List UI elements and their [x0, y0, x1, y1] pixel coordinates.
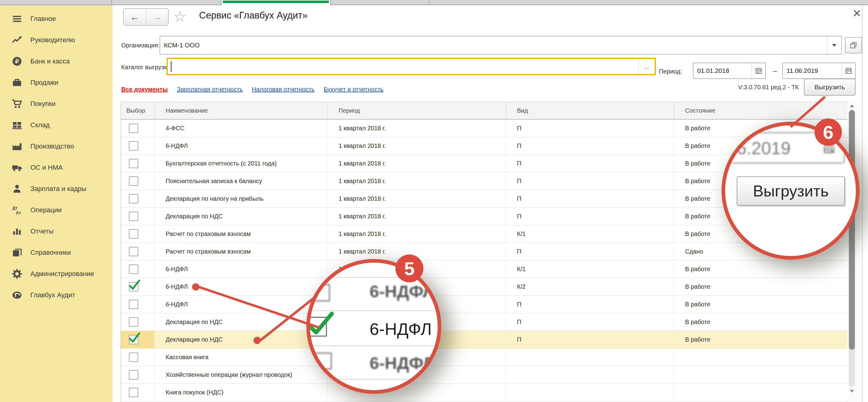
row-checkbox[interactable] [129, 159, 138, 168]
scroll-up-icon[interactable] [850, 104, 854, 107]
doc-period: 1 квартал 2018 г. [327, 208, 506, 225]
sidebar-item-label: Зарплата и кадры [30, 185, 86, 193]
upload-button-label: Выгрузить [814, 83, 845, 91]
calendar-icon [755, 67, 763, 75]
sidebar-item-sales[interactable]: Продажи [0, 72, 113, 93]
table-row[interactable]: Расчет по страховым взносам1 квартал 201… [121, 243, 847, 261]
factory-icon [11, 141, 23, 152]
row-checkbox[interactable] [129, 194, 138, 203]
period-from-calendar-button[interactable] [752, 63, 765, 78]
pages-icon [11, 247, 23, 258]
doc-status [674, 348, 847, 366]
sidebar-item-salary[interactable]: Зарплата и кадры [0, 178, 113, 199]
doc-period: 1 квартал 2018 г. [327, 120, 506, 137]
column-header-select[interactable]: Выбор [121, 102, 154, 119]
back-icon: ← [130, 12, 139, 22]
doc-status: В работе [674, 261, 847, 278]
sidebar-item-reports[interactable]: Отчеты [0, 221, 113, 242]
organization-dropdown-button[interactable] [827, 36, 841, 54]
row-checkbox[interactable] [129, 370, 138, 379]
filter-salary-reporting[interactable]: Зарплатная отчетность [177, 86, 243, 93]
table-row[interactable]: 6-НДФЛК/2В работе [121, 278, 847, 296]
row-checkbox[interactable] [129, 388, 138, 397]
sidebar-item-label: Руководителю [30, 36, 75, 44]
organization-field[interactable]: КСМ-1 ООО [160, 36, 842, 55]
sidebar-item-label: Продажи [30, 79, 58, 87]
close-icon[interactable]: × [853, 6, 861, 20]
row-checkbox[interactable] [129, 335, 138, 344]
back-button[interactable]: ← [124, 9, 146, 25]
period-from-field[interactable]: 01.01.2018 [693, 63, 766, 79]
table-row[interactable]: 6-НДФЛПВ работе [121, 296, 847, 313]
doc-kind: П [506, 120, 674, 137]
catalog-input[interactable]: ... [166, 58, 656, 75]
row-checkbox[interactable] [129, 300, 138, 309]
scrollbar-thumb[interactable] [849, 110, 855, 350]
table-row[interactable]: 4-ФСС1 квартал 2018 г.ПВ работе [121, 120, 847, 137]
doc-name: Хозяйственные операции (журнал проводок) [154, 366, 327, 383]
sidebar-item-production[interactable]: Производство [0, 136, 113, 157]
table-row[interactable]: Декларация по НДСПВ работе [121, 331, 847, 348]
doc-name: 6-НДФЛ [154, 296, 327, 313]
catalog-browse-button[interactable]: ... [639, 63, 655, 70]
row-checkbox[interactable] [129, 141, 138, 150]
doc-status: В работе [674, 331, 847, 348]
doc-name: Книга покупок (НДС) [154, 384, 327, 401]
organization-label: Организация: [121, 42, 160, 49]
table-row[interactable]: Книга покупок (НДС) [121, 384, 847, 401]
sidebar-item-directories[interactable]: Справочники [0, 242, 113, 263]
sidebar-item-manager[interactable]: Руководителю [0, 29, 113, 51]
table-row[interactable]: Хозяйственные операции (журнал проводок) [121, 366, 847, 384]
badge-number: 5 [404, 258, 414, 279]
cart-icon [11, 98, 23, 109]
favorite-star-icon[interactable]: ☆ [173, 8, 186, 26]
scroll-down-icon[interactable] [850, 390, 854, 393]
table-row[interactable]: Кассовая книга [121, 348, 847, 366]
row-checkbox[interactable] [129, 124, 138, 133]
forward-button[interactable]: → [146, 9, 168, 25]
period-to-calendar-button[interactable] [842, 63, 855, 78]
sidebar-item-purchases[interactable]: Покупки [0, 93, 113, 114]
table-row[interactable]: 6-НДФЛ1 квартал 2018 г.К/1В работе [121, 261, 847, 278]
row-checkbox[interactable] [129, 353, 138, 362]
row-checkbox[interactable] [129, 229, 138, 239]
sidebar-item-main[interactable]: Главное [0, 8, 113, 29]
open-list-icon [849, 41, 857, 49]
period-to-field[interactable]: 11.06.2019 [782, 63, 856, 79]
catalog-label: Каталог выгрузки: [121, 64, 172, 71]
filter-accounting-reporting[interactable]: Бухучет и отчетность [324, 86, 383, 93]
filter-all-documents[interactable]: Все документы [121, 86, 168, 93]
doc-kind: П [506, 296, 674, 313]
column-header-period[interactable]: Период [327, 102, 506, 119]
sidebar-item-operations[interactable]: ДтКт Операции [0, 199, 113, 221]
upload-button[interactable]: Выгрузить [804, 79, 856, 96]
column-header-name[interactable]: Наименование [154, 102, 327, 119]
sidebar-item-label: Главбух Аудит [30, 291, 75, 299]
row-checkbox[interactable] [129, 282, 138, 292]
truck-icon [11, 162, 23, 173]
row-checkbox[interactable] [129, 264, 138, 274]
sidebar-item-fixed-assets[interactable]: ОС и НМА [0, 157, 113, 178]
sidebar-item-label: Отчеты [30, 227, 54, 235]
sidebar-item-glavbukh-audit[interactable]: Главбух Аудит [0, 284, 113, 306]
doc-kind: К/2 [506, 278, 674, 295]
magnified-date-fragment: 6.2019 [730, 138, 821, 158]
sidebar-item-label: Операции [30, 206, 62, 214]
active-browser-tab[interactable] [221, 0, 331, 5]
filter-tax-reporting[interactable]: Налоговая отчетность [252, 86, 315, 93]
gear-icon [11, 268, 23, 279]
sidebar: Главное Руководителю ₽ Банк и касса Прод… [0, 5, 113, 402]
row-checkbox[interactable] [129, 176, 138, 186]
row-checkbox[interactable] [129, 317, 138, 327]
column-header-kind[interactable]: Вид [506, 102, 674, 119]
table-row[interactable]: Декларация по НДСПВ работе [121, 313, 847, 331]
app-window: Главное Руководителю ₽ Банк и касса Прод… [0, 0, 868, 402]
doc-period: 1 квартал 2018 г. [327, 137, 506, 155]
row-checkbox[interactable] [129, 212, 138, 221]
sidebar-item-administration[interactable]: Администрирование [0, 263, 113, 284]
organization-open-list-button[interactable] [845, 37, 862, 54]
sidebar-item-bank[interactable]: ₽ Банк и касса [0, 51, 113, 72]
row-checkbox[interactable] [129, 247, 138, 256]
sidebar-item-warehouse[interactable]: Склад [0, 114, 113, 136]
column-header-status[interactable]: Состояние [674, 102, 847, 119]
